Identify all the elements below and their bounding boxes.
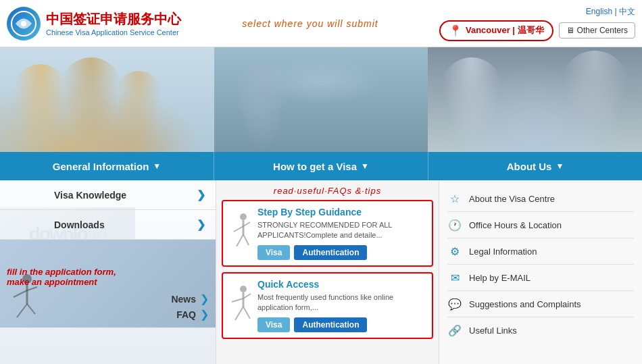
chinese-title: 中国签证申请服务中心	[46, 10, 181, 28]
quick-access-buttons: Visa Authentication	[257, 317, 426, 332]
sidebar-news-items: News ❯ FAQ ❯	[171, 292, 209, 321]
svg-line-10	[234, 226, 243, 232]
hero-panel-1	[0, 47, 214, 152]
office-hours-label: Office Hours & Location	[469, 220, 562, 230]
legal-information-label: Legal Information	[469, 246, 537, 257]
quick-access-visa-button[interactable]: Visa	[257, 317, 290, 332]
svg-point-8	[240, 213, 247, 220]
header-center: select where you will submit	[242, 18, 378, 29]
clock-icon: 🕐	[447, 217, 462, 232]
right-menu-legal-information[interactable]: ⚙ Legal Information	[447, 238, 634, 265]
step-by-step-icon	[228, 207, 252, 260]
step-by-step-text: STRONGLY RECOMMENDED FOR ALL APPLICANTS!…	[257, 220, 426, 241]
nav-about-us-label: About Us	[507, 161, 552, 172]
step-by-step-title: Step By Step Guidance	[257, 207, 426, 217]
svg-line-18	[235, 307, 243, 320]
sidebar-menu: Visa Knowledge ❯ Downloads ❯	[0, 180, 216, 240]
sidebar-visa-knowledge-label: Visa Knowledge	[54, 190, 126, 201]
svg-line-16	[232, 298, 243, 302]
nav-general-chevron-icon: ▼	[153, 161, 161, 171]
nav-how-to-get-visa-label: How to get a Visa	[273, 161, 357, 172]
location-pin-icon: 📍	[449, 24, 462, 37]
faq-label: FAQ	[176, 309, 196, 320]
hero-banner	[0, 47, 642, 152]
nav-about-chevron-icon: ▼	[555, 161, 564, 171]
right-menu-suggestions[interactable]: 💬 Suggestions and Complaints	[447, 291, 634, 317]
sidebar-item-downloads[interactable]: Downloads ❯	[0, 210, 216, 240]
right-menu-help-email[interactable]: ✉ Help by E-MAIL	[447, 265, 634, 291]
svg-line-17	[243, 294, 251, 298]
quick-access-card: Quick Access Most frequently used functi…	[222, 272, 433, 339]
nav-how-to-get-visa[interactable]: How to get a Visa ▼	[214, 152, 428, 180]
main-content: download Visa Knowledge Visa Knowledge ❯…	[0, 180, 642, 364]
center-content: read·useful·FAQs &·tips Step By Step Gui…	[216, 180, 439, 364]
select-location-text: select where you will submit	[242, 18, 378, 29]
quick-access-title: Quick Access	[257, 279, 426, 290]
fill-line-2: make an appointment	[7, 277, 116, 287]
quick-access-auth-button[interactable]: Authentication	[294, 317, 367, 332]
other-centers-button[interactable]: 🖥 Other Centers	[559, 22, 635, 38]
sidebar-downloads-label: Downloads	[54, 219, 105, 230]
quick-access-icon	[228, 279, 252, 332]
svg-line-5	[27, 287, 37, 290]
about-visa-centre-label: About the Visa Centre	[469, 194, 555, 204]
svg-point-14	[240, 286, 247, 292]
news-arrow-icon: ❯	[200, 292, 209, 305]
location-button[interactable]: 📍 Vancouver | 温哥华	[439, 20, 553, 41]
nav-general-information-label: General Information	[53, 161, 149, 172]
sidebar-item-news[interactable]: News ❯	[171, 292, 209, 305]
sidebar-item-visa-knowledge[interactable]: Visa Knowledge ❯	[0, 180, 216, 210]
faq-arrow-icon: ❯	[200, 308, 209, 321]
location-row: 📍 Vancouver | 温哥华 🖥 Other Centers	[439, 20, 635, 41]
svg-line-6	[17, 304, 27, 317]
nav-visa-chevron-icon: ▼	[361, 161, 369, 171]
step-by-step-auth-button[interactable]: Authentication	[294, 245, 367, 260]
link-icon: 🔗	[447, 323, 462, 338]
english-subtitle: Chinese Visa Application Service Center	[46, 28, 181, 36]
right-sidebar: ☆ About the Visa Centre 🕐 Office Hours &…	[439, 180, 642, 364]
language-switcher: English | 中文	[586, 6, 635, 18]
right-menu-about-visa-centre[interactable]: ☆ About the Visa Centre	[447, 186, 634, 212]
right-menu-useful-links[interactable]: 🔗 Useful Links	[447, 317, 634, 343]
svg-line-13	[243, 234, 249, 245]
fill-text: fill in the application form, make an ap…	[7, 267, 116, 287]
sidebar-item-faq[interactable]: FAQ ❯	[171, 308, 209, 321]
logo-text: 中国签证申请服务中心 Chinese Visa Application Serv…	[46, 10, 181, 36]
header: 中国签证申请服务中心 Chinese Visa Application Serv…	[0, 0, 642, 47]
step-by-step-buttons: Visa Authentication	[257, 245, 426, 260]
email-icon: ✉	[447, 270, 462, 285]
step-by-step-visa-button[interactable]: Visa	[257, 245, 290, 260]
monitor-icon: 🖥	[566, 26, 574, 35]
left-sidebar: download Visa Knowledge Visa Knowledge ❯…	[0, 180, 216, 364]
navigation-bar: General Information ▼ How to get a Visa …	[0, 152, 642, 180]
sidebar-downloads-arrow-icon: ❯	[197, 218, 205, 231]
nav-about-us[interactable]: About Us ▼	[428, 152, 642, 180]
header-left: 中国签证申请服务中心 Chinese Visa Application Serv…	[7, 7, 181, 41]
star-icon: ☆	[447, 191, 462, 206]
svg-line-19	[243, 307, 250, 319]
hero-panel-3	[428, 47, 642, 152]
other-centers-label: Other Centers	[577, 26, 628, 35]
sidebar-visa-knowledge-arrow-icon: ❯	[197, 188, 205, 201]
logo-icon	[7, 7, 41, 41]
fill-line-1: fill in the application form,	[7, 267, 116, 277]
hero-panel-2	[214, 47, 428, 152]
step-by-step-card: Step By Step Guidance STRONGLY RECOMMEND…	[222, 200, 433, 267]
quick-access-body: Quick Access Most frequently used functi…	[257, 279, 426, 332]
faq-tips-label: read·useful·FAQs &·tips	[222, 186, 433, 196]
chinese-lang-link[interactable]: 中文	[619, 7, 635, 16]
suggestions-icon: 💬	[447, 296, 462, 311]
svg-line-12	[237, 234, 243, 246]
suggestions-label: Suggestions and Complaints	[469, 299, 581, 309]
english-lang-link[interactable]: English	[586, 7, 612, 16]
right-menu-office-hours[interactable]: 🕐 Office Hours & Location	[447, 212, 634, 238]
svg-line-7	[27, 304, 35, 314]
legal-icon: ⚙	[447, 244, 462, 259]
sidebar-news-area: fill in the application form, make an ap…	[0, 240, 216, 328]
help-email-label: Help by E-MAIL	[469, 273, 530, 283]
nav-general-information[interactable]: General Information ▼	[0, 152, 214, 180]
location-name: Vancouver | 温哥华	[466, 24, 544, 36]
header-right: English | 中文 📍 Vancouver | 温哥华 🖥 Other C…	[439, 6, 635, 41]
svg-line-4	[14, 290, 27, 297]
step-by-step-body: Step By Step Guidance STRONGLY RECOMMEND…	[257, 207, 426, 260]
